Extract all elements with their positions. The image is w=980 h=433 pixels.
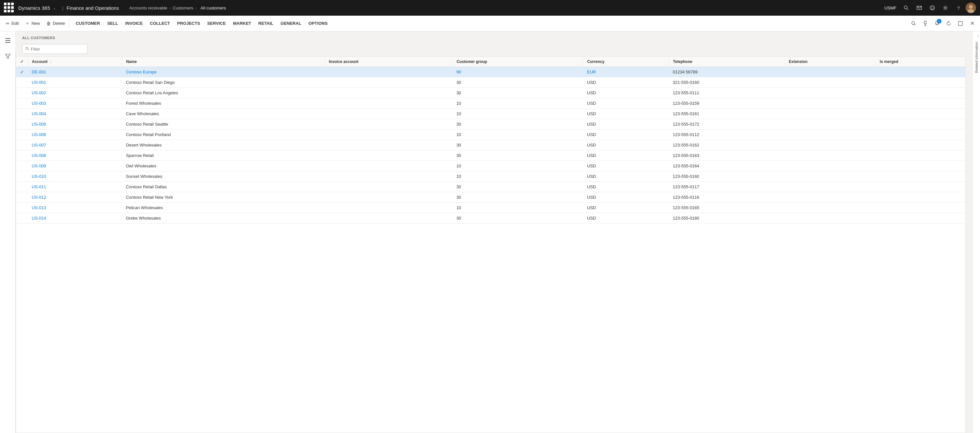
- td-check-3[interactable]: [16, 98, 28, 109]
- td-account-8[interactable]: US-008: [28, 151, 122, 161]
- td-account-3[interactable]: US-003: [28, 98, 122, 109]
- hamburger-menu-button[interactable]: [1, 34, 14, 47]
- close-button[interactable]: ✕: [967, 18, 977, 29]
- table-row[interactable]: US-009 Owl Wholesales 10 USD 123-555-016…: [16, 161, 965, 171]
- td-account-4[interactable]: US-004: [28, 109, 122, 119]
- td-extension-12: [785, 192, 875, 203]
- td-account-0[interactable]: DE-001: [28, 67, 122, 77]
- related-info-panel[interactable]: ‹ Related information: [972, 31, 980, 433]
- user-avatar[interactable]: [966, 3, 976, 13]
- td-is-merged-8: [876, 151, 965, 161]
- table-row[interactable]: US-001 Contoso Retail San Diego 30 USD 3…: [16, 77, 965, 88]
- filter-input-wrap: [22, 44, 88, 54]
- td-customer-group-0: 90: [452, 67, 583, 77]
- th-extension[interactable]: Extension: [785, 57, 875, 67]
- table-row[interactable]: US-007 Desert Wholesales 30 USD 123-555-…: [16, 140, 965, 151]
- menu-projects[interactable]: PROJECTS: [174, 19, 203, 28]
- table-row[interactable]: US-008 Sparrow Retail 30 USD 123-555-016…: [16, 151, 965, 161]
- td-check-0[interactable]: ✓: [16, 67, 28, 77]
- td-check-6[interactable]: [16, 130, 28, 140]
- th-customer-group[interactable]: Customer group: [452, 57, 583, 67]
- td-customer-group-14: 30: [452, 213, 583, 224]
- td-check-1[interactable]: [16, 77, 28, 88]
- delete-button[interactable]: 🗑 Delete: [43, 19, 68, 28]
- td-check-2[interactable]: [16, 88, 28, 98]
- th-telephone[interactable]: Telephone: [669, 57, 785, 67]
- table-row[interactable]: US-002 Contoso Retail Los Angeles 30 USD…: [16, 88, 965, 98]
- company-badge: USMF: [884, 6, 896, 10]
- td-account-10[interactable]: US-010: [28, 171, 122, 182]
- th-currency[interactable]: Currency: [583, 57, 669, 67]
- new-button[interactable]: ＋ New: [22, 19, 43, 29]
- edit-button[interactable]: ✏ Edit: [3, 19, 22, 28]
- td-check-5[interactable]: [16, 119, 28, 130]
- td-account-11[interactable]: US-011: [28, 182, 122, 192]
- brand-dropdown-arrow[interactable]: ⌄: [52, 6, 56, 10]
- td-check-14[interactable]: [16, 213, 28, 224]
- th-account[interactable]: Account ↑: [28, 57, 122, 67]
- breadcrumb-customers[interactable]: Customers: [173, 6, 193, 10]
- table-row[interactable]: US-005 Contoso Retail Seattle 30 USD 123…: [16, 119, 965, 130]
- table-row[interactable]: US-011 Contoso Retail Dallas 30 USD 123-…: [16, 182, 965, 192]
- td-check-11[interactable]: [16, 182, 28, 192]
- th-name[interactable]: Name: [122, 57, 325, 67]
- table-row[interactable]: US-014 Grebe Wholesales 30 USD 123-555-0…: [16, 213, 965, 224]
- td-account-9[interactable]: US-009: [28, 161, 122, 171]
- maximize-button[interactable]: [955, 18, 966, 29]
- td-check-10[interactable]: [16, 171, 28, 182]
- td-invoice-account-10: [325, 171, 452, 182]
- menu-retail[interactable]: RETAIL: [255, 19, 277, 28]
- td-invoice-account-0: [325, 67, 452, 77]
- td-account-6[interactable]: US-006: [28, 130, 122, 140]
- th-is-merged[interactable]: Is merged: [876, 57, 965, 67]
- menu-market[interactable]: MARKET: [230, 19, 255, 28]
- help-button[interactable]: ?: [953, 2, 964, 14]
- menu-general[interactable]: GENERAL: [277, 19, 305, 28]
- table-row[interactable]: US-003 Forest Wholesales 10 USD 123-555-…: [16, 98, 965, 109]
- menu-customer[interactable]: CUSTOMER: [73, 19, 103, 28]
- message-center-button[interactable]: [913, 2, 925, 14]
- td-check-4[interactable]: [16, 109, 28, 119]
- breadcrumb-accounts-receivable[interactable]: Accounts receivable: [129, 6, 167, 10]
- td-check-9[interactable]: [16, 161, 28, 171]
- feedback-button[interactable]: [926, 2, 938, 14]
- td-check-12[interactable]: [16, 192, 28, 203]
- brand-section: Dynamics 365 ⌄ | Finance and Operations: [18, 5, 119, 11]
- filter-panel-button[interactable]: [1, 49, 14, 63]
- td-account-12[interactable]: US-012: [28, 192, 122, 203]
- td-account-1[interactable]: US-001: [28, 77, 122, 88]
- table-row[interactable]: ✓ DE-001 Contoso Europe 90 EUR 01234 567…: [16, 67, 965, 77]
- menu-sell[interactable]: SELL: [104, 19, 121, 28]
- table-row[interactable]: US-013 Pelican Wholesales 10 USD 123-555…: [16, 203, 965, 213]
- td-currency-13: USD: [583, 203, 669, 213]
- td-extension-10: [785, 171, 875, 182]
- th-invoice-account[interactable]: Invoice account: [325, 57, 452, 67]
- settings-button[interactable]: [940, 2, 951, 14]
- menu-invoice[interactable]: INVOICE: [122, 19, 146, 28]
- td-check-7[interactable]: [16, 140, 28, 151]
- td-account-2[interactable]: US-002: [28, 88, 122, 98]
- td-check-13[interactable]: [16, 203, 28, 213]
- pin-button[interactable]: [920, 18, 930, 29]
- td-account-5[interactable]: US-005: [28, 119, 122, 130]
- th-check[interactable]: ✓: [16, 57, 28, 67]
- td-account-7[interactable]: US-007: [28, 140, 122, 151]
- table-row[interactable]: US-006 Contoso Retail Portland 10 USD 12…: [16, 130, 965, 140]
- table-row[interactable]: US-010 Sunset Wholesales 10 USD 123-555-…: [16, 171, 965, 182]
- table-row[interactable]: US-012 Contoso Retail New York 30 USD 12…: [16, 192, 965, 203]
- app-launcher-button[interactable]: [4, 3, 14, 13]
- global-search-button[interactable]: [900, 2, 912, 14]
- menu-service[interactable]: SERVICE: [204, 19, 229, 28]
- delete-label: Delete: [52, 21, 65, 26]
- table-row[interactable]: US-004 Cave Wholesales 10 USD 123-555-01…: [16, 109, 965, 119]
- notifications-button[interactable]: 0: [932, 18, 942, 29]
- customers-table: ✓ Account ↑ Name Invoice account Custome…: [16, 57, 965, 224]
- td-check-8[interactable]: [16, 151, 28, 161]
- menu-options[interactable]: OPTIONS: [305, 19, 331, 28]
- td-account-14[interactable]: US-014: [28, 213, 122, 224]
- search-records-button[interactable]: [908, 18, 919, 29]
- menu-collect[interactable]: COLLECT: [147, 19, 173, 28]
- td-account-13[interactable]: US-013: [28, 203, 122, 213]
- refresh-button[interactable]: [943, 18, 954, 29]
- filter-input[interactable]: [31, 47, 84, 52]
